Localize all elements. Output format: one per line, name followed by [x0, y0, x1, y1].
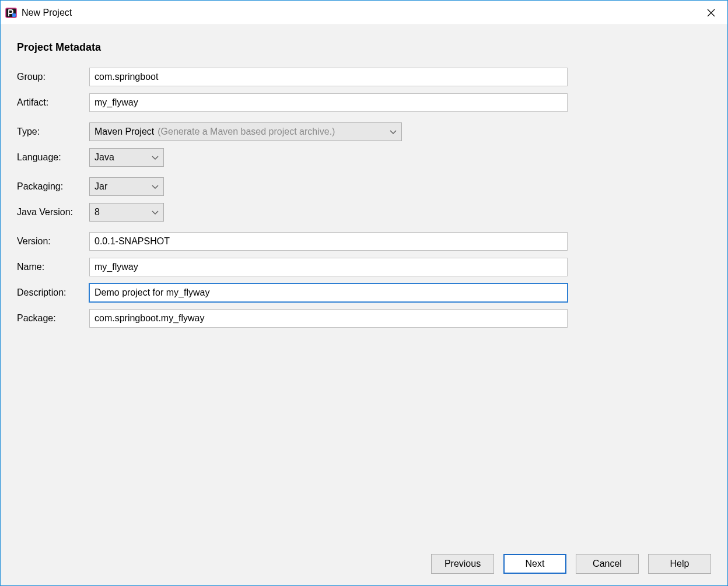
artifact-input[interactable] — [89, 93, 568, 112]
row-name: Name: — [17, 257, 711, 278]
label-description: Description: — [17, 287, 89, 298]
chevron-down-icon — [152, 181, 159, 192]
type-select[interactable]: Maven Project (Generate a Maven based pr… — [89, 122, 402, 141]
chevron-down-icon — [152, 152, 159, 163]
svg-rect-2 — [12, 13, 16, 17]
chevron-down-icon — [152, 207, 159, 217]
row-version: Version: — [17, 231, 711, 252]
group-input[interactable] — [89, 68, 568, 86]
label-version: Version: — [17, 236, 89, 247]
label-group: Group: — [17, 72, 89, 82]
label-artifact: Artifact: — [17, 97, 89, 108]
section-title: Project Metadata — [17, 41, 711, 54]
label-packaging: Packaging: — [17, 181, 89, 192]
chevron-down-icon — [390, 127, 397, 137]
close-button[interactable] — [702, 3, 720, 22]
row-language: Language: Java — [17, 147, 711, 168]
row-group: Group: — [17, 66, 711, 87]
name-input[interactable] — [89, 258, 568, 276]
package-input[interactable] — [89, 309, 568, 328]
row-java-version: Java Version: 8 — [17, 202, 711, 223]
form-area: Group: Artifact: Type: Maven Project (Ge… — [17, 66, 711, 543]
description-input[interactable] — [89, 283, 568, 302]
label-language: Language: — [17, 152, 89, 163]
packaging-select[interactable]: Jar — [89, 177, 164, 196]
button-row: Previous Next Cancel Help — [17, 543, 711, 574]
row-artifact: Artifact: — [17, 92, 711, 113]
type-select-value: Maven Project — [94, 127, 154, 137]
dialog-content: Project Metadata Group: Artifact: Type: … — [1, 25, 727, 585]
row-description: Description: — [17, 282, 711, 303]
label-java-version: Java Version: — [17, 207, 89, 217]
close-icon — [707, 9, 715, 17]
row-package: Package: — [17, 308, 711, 329]
window-title: New Project — [22, 8, 702, 18]
java-version-select-value: 8 — [94, 207, 100, 217]
previous-button[interactable]: Previous — [431, 554, 494, 574]
next-button[interactable]: Next — [503, 554, 566, 574]
cancel-button[interactable]: Cancel — [576, 554, 639, 574]
help-button[interactable]: Help — [648, 554, 711, 574]
type-select-hint: (Generate a Maven based project archive.… — [158, 127, 335, 137]
version-input[interactable] — [89, 232, 568, 251]
row-type: Type: Maven Project (Generate a Maven ba… — [17, 121, 711, 142]
language-select-value: Java — [94, 152, 114, 163]
java-version-select[interactable]: 8 — [89, 203, 164, 222]
label-package: Package: — [17, 313, 89, 324]
packaging-select-value: Jar — [94, 181, 107, 192]
titlebar: New Project — [1, 1, 727, 25]
label-name: Name: — [17, 262, 89, 272]
row-packaging: Packaging: Jar — [17, 176, 711, 197]
app-icon — [5, 7, 17, 19]
label-type: Type: — [17, 127, 89, 137]
language-select[interactable]: Java — [89, 148, 164, 167]
